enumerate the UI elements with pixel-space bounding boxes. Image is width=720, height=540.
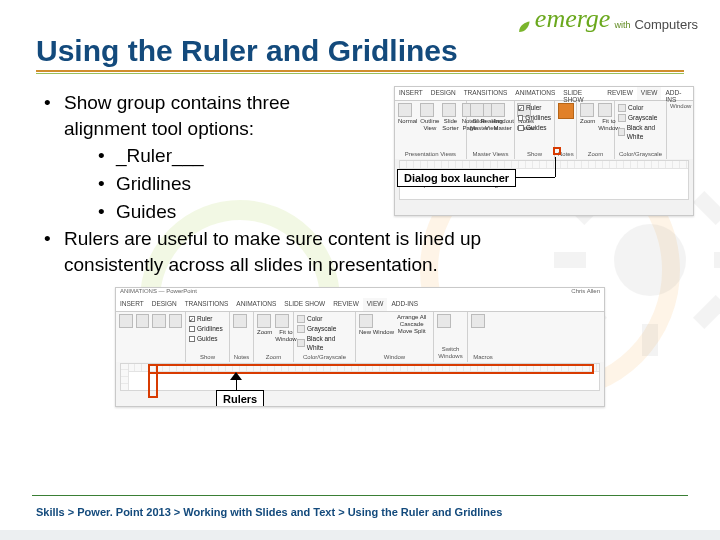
group-label: Master Views (470, 151, 511, 157)
slidemaster-icon (470, 103, 484, 117)
group-label: Zoom (580, 151, 611, 157)
notes-icon (233, 314, 247, 328)
figure-ribbon-rulers: ANIMATIONS — PowerPoint Chris Allen INSE… (115, 287, 605, 407)
color-icon (618, 104, 626, 112)
group-window: New Window Arrange All Cascade Move Spli… (356, 312, 434, 362)
group-label: Presentation Views (398, 151, 463, 157)
tab-design: DESIGN (427, 87, 460, 100)
grayscale-icon (618, 114, 626, 122)
group-show: Ruler Gridlines Guides Show (186, 312, 230, 362)
checkbox-icon (189, 326, 195, 332)
chk-guides: Guides (518, 123, 551, 132)
switch-icon (437, 314, 451, 328)
handoutmaster-icon (491, 103, 505, 117)
breadcrumb: Skills > Power. Point 2013 > Working wit… (36, 506, 502, 518)
group-zoom: ZoomFit to Window Zoom (254, 312, 294, 362)
group-window: Window (667, 101, 687, 159)
highlight-horizontal-ruler (148, 364, 594, 374)
group-label: Show (518, 151, 551, 157)
highlight-dialog-launcher (553, 147, 561, 155)
view-icon (152, 314, 166, 328)
callout-leader (555, 157, 556, 177)
tab-addins: ADD-INS (661, 87, 693, 100)
bw-icon (618, 128, 625, 136)
normal-icon (398, 103, 412, 117)
callout-rulers: Rulers (216, 390, 264, 407)
bullet-1-line1: Show group contains three (64, 92, 290, 113)
macros-icon (471, 314, 485, 328)
color-icon (297, 315, 305, 323)
group-presentation-views: Normal Outline View Slide Sorter Notes P… (395, 101, 467, 159)
ruler-v-icon (121, 364, 129, 390)
tab-transitions: TRANSITIONS (460, 87, 512, 100)
view-icon (136, 314, 150, 328)
checkbox-icon (518, 105, 524, 111)
outline-icon (420, 103, 434, 117)
page-title: Using the Ruler and Gridlines (36, 34, 684, 68)
newwin-icon (359, 314, 373, 328)
opt-grayscale: Grayscale (618, 113, 663, 122)
figure-ribbon-dialog-launcher: INSERT DESIGN TRANSITIONS ANIMATIONS SLI… (394, 86, 694, 216)
bullet-2-line1: Rulers are useful to make sure content i… (64, 228, 481, 249)
checkbox-icon (189, 336, 195, 342)
group-master-views: Slide Master Handout Master Notes Master… (467, 101, 515, 159)
group-color: Color Grayscale Black and White Color/Gr… (294, 312, 356, 362)
callout-dialog-launcher: Dialog box launcher (397, 169, 516, 187)
sorter-icon (442, 103, 456, 117)
bullet-2-line2: consistently across all slides in presen… (64, 254, 438, 275)
bottom-strip (0, 530, 720, 540)
tab-view: VIEW (637, 87, 662, 100)
opt-bw: Black and White (618, 123, 663, 141)
grayscale-icon (297, 325, 305, 333)
chk-guides: Guides (189, 334, 226, 343)
notes-icon (558, 103, 574, 119)
tab-slideshow: SLIDE SHOW (559, 87, 603, 100)
view-icon (169, 314, 183, 328)
ribbon1-groups: Normal Outline View Slide Sorter Notes P… (395, 101, 693, 159)
arrow-up-icon (230, 372, 242, 380)
fit-icon (598, 103, 612, 117)
ribbon2-groups: Ruler Gridlines Guides Show Notes ZoomFi… (116, 312, 604, 362)
checkbox-icon (518, 125, 524, 131)
group-notes: Notes (230, 312, 254, 362)
title-rule (36, 70, 684, 72)
group-show: Ruler Gridlines Guides Show (515, 101, 555, 159)
svg-marker-9 (230, 372, 242, 380)
zoom-icon (257, 314, 271, 328)
chk-ruler: Ruler (189, 314, 226, 323)
ribbon2-tabs: INSERT DESIGN TRANSITIONS ANIMATIONS SLI… (116, 298, 604, 312)
fit-icon (275, 314, 289, 328)
opt-color: Color (618, 103, 663, 112)
group-zoom: Zoom Fit to Window Zoom (577, 101, 615, 159)
highlight-vertical-ruler (148, 364, 158, 398)
group-switch-windows: Switch Windows (434, 312, 468, 362)
chk-gridlines: Gridlines (518, 113, 551, 122)
ruler-h-icon (400, 161, 688, 169)
ribbon2-titlebar: ANIMATIONS — PowerPoint Chris Allen (116, 288, 604, 298)
group-color: Color Grayscale Black and White Color/Gr… (615, 101, 667, 159)
checkbox-icon (189, 316, 195, 322)
tab-review: REVIEW (603, 87, 637, 100)
zoom-icon (580, 103, 594, 117)
tab-animations: ANIMATIONS (511, 87, 559, 100)
footer-rule (32, 495, 688, 496)
bullet-2: Rulers are useful to make sure content i… (36, 226, 684, 277)
bullet-1-line2: alignment tool options: (64, 118, 254, 139)
checkbox-icon (518, 115, 523, 121)
view-icon (119, 314, 133, 328)
group-presentation-views (116, 312, 186, 362)
group-macros: Macros (468, 312, 498, 362)
chk-ruler: Ruler (518, 103, 551, 112)
group-label: Color/Grayscale (618, 151, 663, 157)
bw-icon (297, 339, 305, 347)
ribbon1-tabs: INSERT DESIGN TRANSITIONS ANIMATIONS SLI… (395, 87, 693, 101)
chk-gridlines: Gridlines (189, 324, 226, 333)
title-rule-accent (36, 73, 684, 74)
tab-insert: INSERT (395, 87, 427, 100)
group-label: Window (670, 103, 684, 109)
